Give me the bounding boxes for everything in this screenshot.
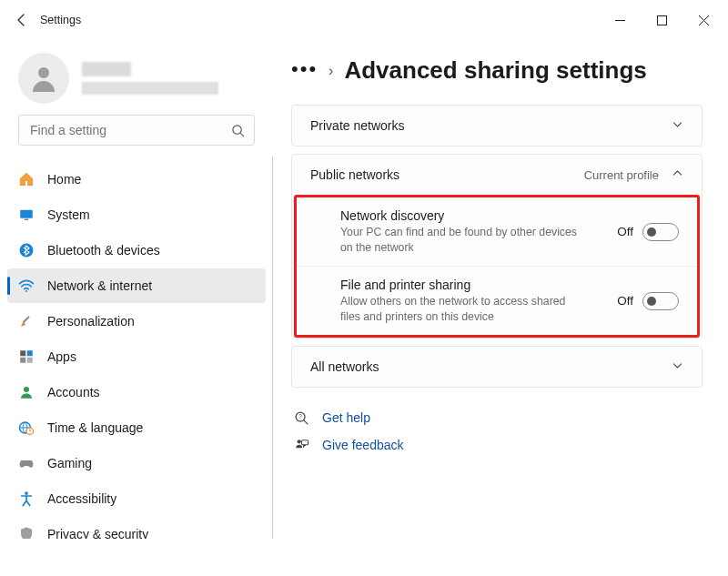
chevron-up-icon <box>672 167 683 182</box>
section-title: All networks <box>310 359 379 374</box>
nav-divider <box>272 157 273 539</box>
setting-file-printer-sharing: File and printer sharing Allow others on… <box>297 266 697 335</box>
sidebar-item-label: Gaming <box>47 456 92 470</box>
link-give-feedback[interactable]: Give feedback <box>291 431 703 459</box>
nav-list: Home System Bluetooth & devices Network … <box>0 157 273 539</box>
person-icon <box>27 62 60 95</box>
toggle-state-label: Off <box>617 225 633 238</box>
minimize-icon <box>615 15 625 25</box>
setting-description: Allow others on the network to access sh… <box>340 294 586 324</box>
home-icon <box>18 171 35 187</box>
section-public-header[interactable]: Public networks Current profile <box>292 155 702 195</box>
help-icon: ? <box>293 409 309 426</box>
profile-name-blurred <box>82 62 218 95</box>
sidebar-item-network[interactable]: Network & internet <box>7 268 266 303</box>
link-label: Get help <box>322 410 370 425</box>
sidebar-item-accessibility[interactable]: Accessibility <box>7 481 266 516</box>
setting-title: File and printer sharing <box>340 278 606 292</box>
arrow-left-icon <box>15 13 29 27</box>
svg-text:?: ? <box>298 413 302 419</box>
sidebar-item-label: Bluetooth & devices <box>47 243 160 258</box>
maximize-icon <box>657 15 667 25</box>
bluetooth-icon <box>18 242 35 258</box>
apps-icon <box>18 349 35 365</box>
profile-block[interactable] <box>0 53 273 115</box>
accessibility-icon <box>18 490 35 507</box>
sidebar-item-label: Accessibility <box>47 491 116 506</box>
current-profile-label: Current profile <box>584 168 659 182</box>
section-title: Private networks <box>310 118 404 133</box>
svg-point-8 <box>25 290 27 292</box>
setting-network-discovery: Network discovery Your PC can find and b… <box>297 197 697 266</box>
svg-rect-10 <box>20 350 25 356</box>
search-field[interactable] <box>18 115 255 146</box>
window-minimize-button[interactable] <box>599 5 641 35</box>
section-public-networks: Public networks Current profile Network … <box>291 154 703 339</box>
feedback-icon <box>293 437 309 453</box>
accounts-icon <box>18 384 35 400</box>
svg-rect-21 <box>301 440 308 445</box>
section-all-networks[interactable]: All networks <box>291 346 703 388</box>
sidebar-item-personalization[interactable]: Personalization <box>7 304 266 339</box>
paintbrush-icon <box>18 313 35 329</box>
breadcrumb-ellipsis[interactable]: ••• <box>291 59 318 79</box>
sidebar-item-label: Accounts <box>47 385 100 399</box>
sidebar-item-label: System <box>47 207 90 222</box>
sidebar-item-accounts[interactable]: Accounts <box>7 375 266 409</box>
help-links: ? Get help Give feedback <box>291 404 703 459</box>
sidebar-item-privacy[interactable]: Privacy & security <box>7 517 266 539</box>
sidebar-item-label: Network & internet <box>47 278 152 293</box>
svg-rect-9 <box>23 316 30 323</box>
svg-point-14 <box>24 387 29 392</box>
sidebar-item-label: Home <box>47 172 81 187</box>
svg-rect-1 <box>657 15 666 25</box>
sidebar-item-label: Privacy & security <box>47 527 148 539</box>
setting-description: Your PC can find and be found by other d… <box>340 225 586 255</box>
link-get-help[interactable]: ? Get help <box>291 404 703 431</box>
toggle-state-label: Off <box>617 294 633 308</box>
chevron-down-icon <box>672 118 683 133</box>
sidebar-item-apps[interactable]: Apps <box>7 339 266 374</box>
sidebar-item-label: Time & language <box>47 420 143 435</box>
shield-icon <box>18 526 35 539</box>
close-icon <box>699 15 709 25</box>
content-pane: ••• › Advanced sharing settings Private … <box>273 40 728 576</box>
gaming-icon <box>18 455 35 471</box>
svg-point-17 <box>25 491 28 495</box>
svg-rect-13 <box>27 358 33 363</box>
window-maximize-button[interactable] <box>641 5 682 35</box>
setting-title: Network discovery <box>340 208 606 223</box>
window-title: Settings <box>40 14 81 26</box>
chevron-down-icon <box>672 359 683 374</box>
svg-rect-6 <box>25 219 29 221</box>
back-button[interactable] <box>4 13 40 27</box>
toggle-file-printer-sharing[interactable] <box>642 292 679 310</box>
search-input[interactable] <box>28 122 231 138</box>
link-label: Give feedback <box>322 438 404 452</box>
sidebar: Home System Bluetooth & devices Network … <box>0 40 273 576</box>
sidebar-item-time-language[interactable]: Time & language <box>7 410 266 445</box>
svg-rect-5 <box>20 210 33 218</box>
titlebar: Settings <box>0 0 728 40</box>
window-close-button[interactable] <box>682 5 724 35</box>
section-private-networks[interactable]: Private networks <box>291 105 703 147</box>
svg-line-4 <box>240 133 244 136</box>
svg-point-2 <box>38 67 49 78</box>
highlight-annotation: Network discovery Your PC can find and b… <box>294 195 700 338</box>
wifi-icon <box>18 278 35 294</box>
sidebar-item-bluetooth[interactable]: Bluetooth & devices <box>7 233 266 268</box>
search-icon <box>231 124 245 137</box>
toggle-network-discovery[interactable] <box>642 223 679 241</box>
sidebar-item-label: Apps <box>47 349 76 364</box>
system-icon <box>18 207 35 223</box>
sidebar-item-home[interactable]: Home <box>7 162 266 197</box>
svg-rect-11 <box>27 350 33 356</box>
page-title: Advanced sharing settings <box>344 56 646 85</box>
chevron-right-icon: › <box>329 63 333 79</box>
svg-rect-12 <box>20 358 25 363</box>
svg-point-20 <box>297 440 300 443</box>
svg-point-3 <box>233 125 241 133</box>
sidebar-item-gaming[interactable]: Gaming <box>7 446 266 480</box>
sidebar-item-label: Personalization <box>47 314 135 328</box>
sidebar-item-system[interactable]: System <box>7 197 266 232</box>
